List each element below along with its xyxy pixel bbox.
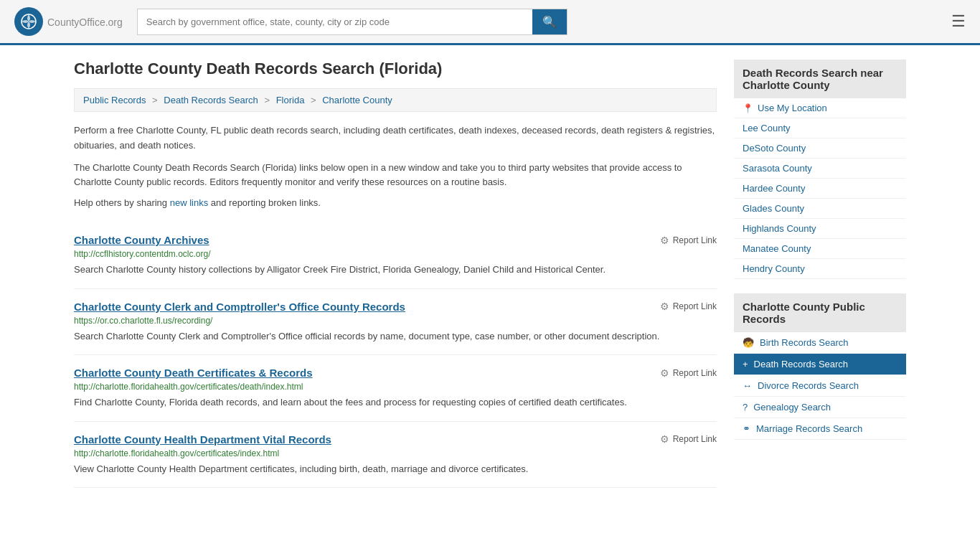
breadcrumb-florida[interactable]: Florida xyxy=(276,95,305,105)
list-item: Manatee County xyxy=(734,239,906,259)
breadcrumb-sep-3: > xyxy=(311,95,319,105)
result-link[interactable]: Charlotte County Health Department Vital… xyxy=(74,433,331,446)
use-location-item[interactable]: Use My Location xyxy=(734,98,906,118)
list-item: Highlands County xyxy=(734,219,906,239)
result-title: Charlotte County Death Certificates & Re… xyxy=(74,367,313,379)
nearby-manatee[interactable]: Manatee County xyxy=(743,243,811,254)
search-button[interactable]: 🔍 xyxy=(532,9,567,34)
result-desc: Search Charlotte County history collecti… xyxy=(74,263,717,277)
result-header: Charlotte County Death Certificates & Re… xyxy=(74,367,717,379)
records-divorce: ↔ Divorce Records Search xyxy=(734,375,906,397)
help-text: Help others by sharing new links and rep… xyxy=(74,197,717,208)
public-records-section-title: Charlotte County Public Records xyxy=(734,293,906,332)
records-genealogy: ? Genealogy Search xyxy=(734,397,906,418)
divorce-icon: ↔ xyxy=(743,380,752,391)
result-link[interactable]: Charlotte County Clerk and Comptroller's… xyxy=(74,301,405,313)
report-icon: ⚙ xyxy=(660,433,669,445)
report-icon: ⚙ xyxy=(660,301,669,312)
nearby-list: Use My Location Lee County DeSoto County… xyxy=(734,98,906,279)
result-item: Charlotte County Archives ⚙ Report Link … xyxy=(74,222,717,289)
records-death: + Death Records Search xyxy=(734,354,906,375)
report-icon: ⚙ xyxy=(660,235,669,246)
breadcrumb-sep-2: > xyxy=(264,95,272,105)
content-area: Charlotte County Death Records Search (F… xyxy=(74,60,717,488)
result-desc: View Charlotte County Health Department … xyxy=(74,462,717,476)
result-desc: Find Charlotte County, Florida death rec… xyxy=(74,395,717,410)
nearby-lee[interactable]: Lee County xyxy=(743,123,791,133)
results-list: Charlotte County Archives ⚙ Report Link … xyxy=(74,222,717,488)
breadcrumb: Public Records > Death Records Search > … xyxy=(74,88,717,112)
report-icon: ⚙ xyxy=(660,367,669,379)
description-para1: Perform a free Charlotte County, FL publ… xyxy=(74,123,717,154)
list-item: Hendry County xyxy=(734,259,906,279)
nearby-section-title: Death Records Search near Charlotte Coun… xyxy=(734,60,906,98)
result-header: Charlotte County Clerk and Comptroller's… xyxy=(74,301,717,313)
use-location-link[interactable]: Use My Location xyxy=(758,103,827,113)
nearby-desoto[interactable]: DeSoto County xyxy=(743,143,806,154)
nearby-glades[interactable]: Glades County xyxy=(743,203,804,214)
logo-icon xyxy=(14,7,43,36)
result-url: http://charlotte.floridahealth.gov/certi… xyxy=(74,382,717,392)
breadcrumb-charlotte-county[interactable]: Charlotte County xyxy=(322,95,392,105)
site-header: CountyOffice.org 🔍 ☰ xyxy=(0,0,980,45)
marriage-icon: ⚭ xyxy=(743,423,750,434)
result-link[interactable]: Charlotte County Death Certificates & Re… xyxy=(74,367,313,379)
breadcrumb-public-records[interactable]: Public Records xyxy=(83,95,146,105)
birth-records-link[interactable]: 🧒 Birth Records Search xyxy=(734,332,906,353)
description-para2: The Charlotte County Death Records Searc… xyxy=(74,161,717,191)
report-link[interactable]: ⚙ Report Link xyxy=(660,433,717,445)
search-input[interactable] xyxy=(138,9,532,34)
report-link[interactable]: ⚙ Report Link xyxy=(660,367,717,379)
list-item: Sarasota County xyxy=(734,159,906,179)
search-bar: 🔍 xyxy=(137,9,567,35)
breadcrumb-sep-1: > xyxy=(152,95,160,105)
records-birth: 🧒 Birth Records Search xyxy=(734,332,906,354)
list-item: Lee County xyxy=(734,118,906,138)
list-item: DeSoto County xyxy=(734,138,906,159)
result-title: Charlotte County Clerk and Comptroller's… xyxy=(74,301,405,313)
report-link[interactable]: ⚙ Report Link xyxy=(660,301,717,312)
result-url: http://ccflhistory.contentdm.oclc.org/ xyxy=(74,249,717,259)
result-url: http://charlotte.floridahealth.gov/certi… xyxy=(74,448,717,458)
result-item: Charlotte County Death Certificates & Re… xyxy=(74,355,717,422)
result-link[interactable]: Charlotte County Archives xyxy=(74,234,209,246)
nearby-hendry[interactable]: Hendry County xyxy=(743,263,805,274)
death-icon: + xyxy=(743,359,748,369)
result-item: Charlotte County Clerk and Comptroller's… xyxy=(74,289,717,356)
result-header: Charlotte County Health Department Vital… xyxy=(74,433,717,446)
logo-text: CountyOffice.org xyxy=(47,14,123,29)
list-item: Hardee County xyxy=(734,179,906,199)
nearby-highlands[interactable]: Highlands County xyxy=(743,223,816,234)
main-container: Charlotte County Death Records Search (F… xyxy=(60,45,920,502)
result-desc: Search Charlotte County Clerk and Comptr… xyxy=(74,329,717,344)
breadcrumb-death-records[interactable]: Death Records Search xyxy=(164,95,258,105)
marriage-records-link[interactable]: ⚭ Marriage Records Search xyxy=(734,418,906,439)
result-header: Charlotte County Archives ⚙ Report Link xyxy=(74,234,717,246)
birth-icon: 🧒 xyxy=(743,337,754,348)
death-records-link[interactable]: + Death Records Search xyxy=(734,354,906,375)
report-link[interactable]: ⚙ Report Link xyxy=(660,235,717,246)
new-links-link[interactable]: new links xyxy=(170,197,208,208)
result-title: Charlotte County Health Department Vital… xyxy=(74,433,331,446)
result-item: Charlotte County Health Department Vital… xyxy=(74,422,717,489)
genealogy-link[interactable]: ? Genealogy Search xyxy=(734,397,906,418)
menu-icon[interactable]: ☰ xyxy=(951,12,966,31)
genealogy-icon: ? xyxy=(743,402,748,413)
sidebar: Death Records Search near Charlotte Coun… xyxy=(734,60,906,488)
result-title: Charlotte County Archives xyxy=(74,234,209,246)
nearby-hardee[interactable]: Hardee County xyxy=(743,183,805,194)
result-url: https://or.co.charlotte.fl.us/recording/ xyxy=(74,316,717,326)
list-item: Glades County xyxy=(734,199,906,219)
nearby-sarasota[interactable]: Sarasota County xyxy=(743,163,812,174)
divorce-records-link[interactable]: ↔ Divorce Records Search xyxy=(734,375,906,396)
page-title: Charlotte County Death Records Search (F… xyxy=(74,60,717,78)
public-records-list: 🧒 Birth Records Search + Death Records S… xyxy=(734,332,906,440)
site-logo[interactable]: CountyOffice.org xyxy=(14,7,123,36)
records-marriage: ⚭ Marriage Records Search xyxy=(734,418,906,440)
